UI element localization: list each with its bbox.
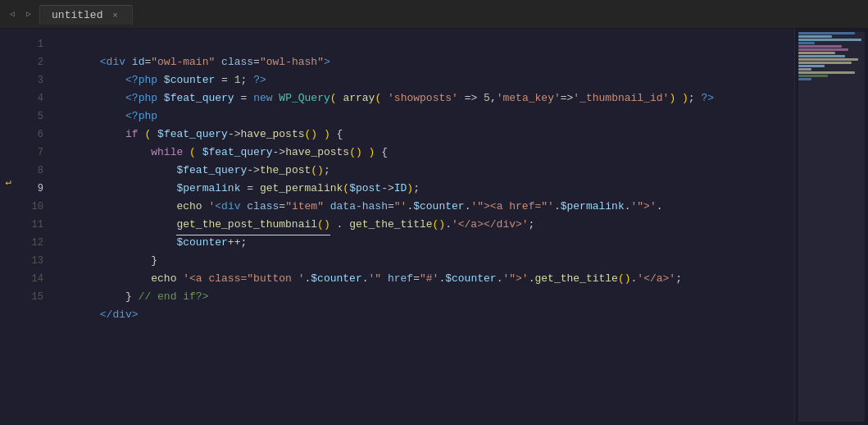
minimap-line-7 xyxy=(798,52,835,54)
gutter-line-2 xyxy=(0,47,16,65)
line-num-13: 13 xyxy=(16,252,53,270)
line-num-8: 8 xyxy=(16,162,53,180)
code-line-15 xyxy=(53,306,794,324)
line-num-10: 10 xyxy=(16,198,53,216)
code-line-1: <div id="owl-main" class="owl-hash"> xyxy=(53,35,794,53)
code-line-8: $permalink = get_permalink($post->ID); xyxy=(53,162,794,180)
code-line-13: } // end if?> xyxy=(53,270,794,288)
nav-forward-icon[interactable]: ▷ xyxy=(23,7,34,21)
title-bar-left: ◁ ▷ untitled × xyxy=(7,4,133,24)
line-num-11: 11 xyxy=(16,216,53,234)
minimap-line-14 xyxy=(798,78,811,80)
gutter-line-13 xyxy=(0,245,16,263)
code-line-5: if ( $feat_query->have_posts() ) { xyxy=(53,107,794,126)
code-line-9b: get_the_post_thumbnail() . get_the_title… xyxy=(53,198,794,216)
line-num-12: 12 xyxy=(16,234,53,252)
gutter-line-3 xyxy=(0,65,16,83)
code-line-10: $counter++; xyxy=(53,216,794,234)
code-line-7: $feat_query->the_post(); xyxy=(53,144,794,162)
title-bar: ◁ ▷ untitled × xyxy=(0,0,868,29)
line-num-1: 1 xyxy=(16,35,53,53)
tab-title: untitled xyxy=(52,9,102,21)
gutter-line-5 xyxy=(0,101,16,119)
line-num-7: 7 xyxy=(16,144,53,162)
minimap-content xyxy=(798,32,865,422)
editor-area: ↵ 1 2 3 4 5 6 7 8 9 10 11 12 13 14 15 <d… xyxy=(0,29,868,425)
minimap-line-4 xyxy=(798,42,815,44)
gutter-line-4 xyxy=(0,83,16,101)
gutter-line-11 xyxy=(0,209,16,227)
gutter-line-8 xyxy=(0,155,16,173)
gutter-line-12 xyxy=(0,227,16,245)
gutter-line-9: ↵ xyxy=(0,173,16,191)
minimap-line-12 xyxy=(798,71,855,74)
line-num-9: 9 xyxy=(16,180,53,198)
minimap-line-10 xyxy=(798,65,825,67)
minimap-line-8 xyxy=(798,55,845,57)
gutter-line-14 xyxy=(0,263,16,281)
code-line-14: </div> xyxy=(53,288,794,306)
gutter-line-15 xyxy=(0,281,16,299)
line-num-6: 6 xyxy=(16,126,53,144)
line-num-15: 15 xyxy=(16,288,53,306)
minimap-line-11 xyxy=(798,68,811,71)
breakpoint-arrow: ↵ xyxy=(5,173,11,191)
minimap-line-2 xyxy=(798,35,832,38)
gutter-line-10 xyxy=(0,191,16,209)
code-line-2: <?php $counter = 1; ?> xyxy=(53,53,794,71)
line-num-3: 3 xyxy=(16,71,53,89)
code-editor[interactable]: <div id="owl-main" class="owl-hash"> <?p… xyxy=(53,29,794,425)
minimap-line-3 xyxy=(798,39,861,41)
tab-untitled[interactable]: untitled × xyxy=(39,5,133,25)
minimap-line-9 xyxy=(798,58,858,61)
code-line-9: echo '<div class="item" data-hash="'.$co… xyxy=(53,180,794,198)
line-num-5: 5 xyxy=(16,107,53,126)
code-line-4: <?php xyxy=(53,89,794,107)
nav-back-icon[interactable]: ◁ xyxy=(7,7,18,21)
line-num-14: 14 xyxy=(16,270,53,288)
minimap-line-9b xyxy=(798,62,852,64)
line-num-4: 4 xyxy=(16,89,53,107)
gutter: ↵ xyxy=(0,29,16,425)
gutter-line-1 xyxy=(0,29,16,47)
code-line-3: <?php $feat_query = new WP_Query( array(… xyxy=(53,71,794,89)
gutter-line-7 xyxy=(0,137,16,155)
tab-close-button[interactable]: × xyxy=(109,10,120,21)
code-line-6: while ( $feat_query->have_posts() ) { xyxy=(53,126,794,144)
minimap-line-13 xyxy=(798,75,828,77)
minimap xyxy=(794,29,868,425)
line-num-2: 2 xyxy=(16,53,53,71)
minimap-line-6 xyxy=(798,48,848,51)
line-numbers: 1 2 3 4 5 6 7 8 9 10 11 12 13 14 15 xyxy=(16,29,53,425)
minimap-line-5 xyxy=(798,45,842,48)
gutter-line-6 xyxy=(0,119,16,137)
minimap-line-1 xyxy=(798,32,855,34)
code-line-11: } xyxy=(53,234,794,252)
code-line-12: echo '<a class="button '.$counter.'" hre… xyxy=(53,252,794,270)
